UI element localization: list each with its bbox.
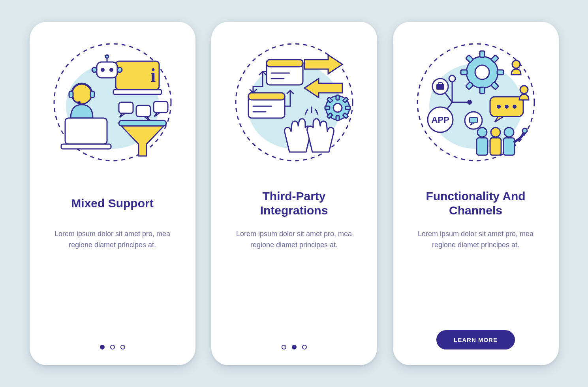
onboarding-card-functionality: APP	[393, 22, 559, 365]
dot-3[interactable]	[120, 345, 125, 349]
onboarding-card-third-party: Third-Party Integrations Lorem ipsum dol…	[211, 22, 377, 365]
learn-more-button[interactable]: LEARN MORE	[436, 330, 515, 349]
svg-point-79	[504, 128, 514, 137]
svg-rect-3	[113, 90, 162, 94]
svg-point-10	[92, 68, 97, 72]
svg-rect-26	[336, 95, 339, 100]
svg-point-75	[477, 128, 487, 137]
svg-rect-68	[470, 117, 477, 123]
svg-point-11	[117, 68, 122, 72]
svg-point-70	[497, 105, 501, 109]
svg-rect-17	[61, 144, 111, 149]
svg-point-25	[333, 103, 342, 112]
card-description: Lorem ipsum dolor sit amet pro, mea regi…	[413, 229, 539, 251]
pagination-dots	[30, 345, 195, 349]
svg-rect-49	[480, 51, 485, 57]
svg-point-73	[512, 60, 520, 68]
app-bubble-text: APP	[431, 115, 449, 125]
svg-rect-35	[267, 60, 303, 67]
svg-point-74	[520, 86, 528, 94]
dot-3[interactable]	[302, 345, 307, 349]
functionality-illustration: APP	[413, 39, 539, 165]
svg-rect-28	[325, 106, 330, 109]
card-title: Third-Party Integrations	[227, 189, 361, 218]
svg-rect-64	[436, 84, 444, 90]
mixed-support-illustration: i	[49, 39, 176, 165]
svg-point-9	[105, 55, 109, 58]
card-title: Functionality And Channels	[409, 189, 543, 218]
svg-point-15	[78, 101, 81, 103]
card-title: Mixed Support	[71, 189, 153, 218]
svg-rect-5	[97, 62, 117, 78]
svg-rect-14	[90, 91, 94, 98]
svg-point-71	[505, 105, 509, 109]
svg-point-72	[513, 105, 517, 109]
card-description: Lorem ipsum dolor sit amet pro, mea regi…	[49, 229, 176, 251]
svg-rect-78	[490, 138, 501, 155]
svg-rect-16	[65, 118, 107, 144]
svg-rect-51	[461, 70, 467, 75]
dot-1[interactable]	[282, 345, 286, 349]
svg-point-62	[467, 100, 472, 105]
svg-rect-13	[69, 91, 73, 98]
svg-point-6	[101, 68, 105, 72]
svg-rect-18	[119, 102, 133, 113]
svg-rect-29	[346, 106, 350, 109]
svg-rect-80	[503, 138, 515, 155]
card-description: Lorem ipsum dolor sit amet pro, mea regi…	[231, 229, 357, 251]
third-party-illustration	[231, 39, 357, 165]
onboarding-card-mixed-support: i	[30, 22, 195, 365]
svg-rect-20	[154, 101, 168, 113]
svg-rect-52	[497, 70, 503, 75]
cta-area: LEARN MORE	[393, 330, 559, 349]
svg-rect-19	[136, 105, 150, 116]
svg-point-61	[449, 75, 455, 82]
svg-text:i: i	[150, 65, 156, 86]
svg-rect-76	[477, 138, 488, 155]
svg-point-48	[475, 65, 489, 79]
svg-rect-21	[119, 120, 166, 126]
dot-2[interactable]	[110, 345, 115, 349]
dot-1[interactable]	[100, 345, 105, 349]
dot-2[interactable]	[292, 345, 297, 349]
svg-point-81	[522, 128, 527, 133]
svg-rect-50	[480, 87, 485, 94]
svg-point-77	[491, 128, 500, 137]
svg-rect-39	[248, 93, 285, 100]
svg-rect-27	[336, 116, 339, 120]
pagination-dots	[211, 345, 377, 349]
svg-point-7	[109, 68, 113, 72]
